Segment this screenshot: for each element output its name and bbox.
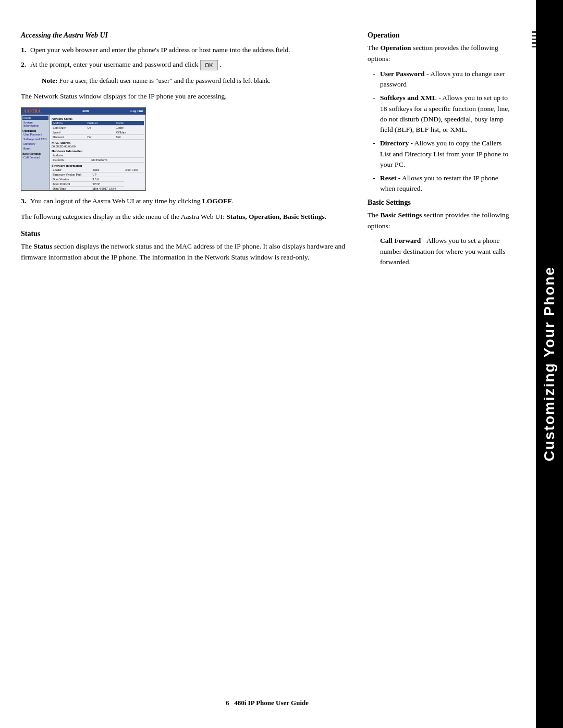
ss-sidebar-sysinfo: System Information (22, 120, 48, 128)
bullet-directory: - Directory - Allows you to copy the Cal… (368, 138, 513, 170)
ss-table-header-row: Address Enabled Frame (52, 121, 144, 126)
ss-sidebar-softkeys: Softkeys and XML (22, 137, 48, 141)
term-user-password: User Password (380, 70, 425, 78)
ss-fw-row-2: Firmware Version Path UP (52, 172, 144, 177)
bullet-text-1: User Password - Allows you to change use… (380, 69, 513, 90)
ss-th-3: Frame (115, 121, 144, 126)
ss-fw-table: Loader Table 3.00.1.001 Firmware Version… (52, 168, 144, 191)
status-bold: Status (33, 242, 52, 250)
ss-hw-heading: Hardware Information (52, 150, 144, 153)
step-3-num: 3. (21, 196, 30, 206)
status-heading: Status (21, 230, 352, 238)
bullet-text-3: Directory - Allows you to copy the Calle… (380, 138, 513, 170)
screenshot-box: AASTRA 480i Log Out Status System Inform… (21, 107, 146, 191)
ss-cell-1-1: Link State (52, 125, 86, 130)
ss-model: 480i (82, 109, 89, 114)
two-col-layout: Accessing the Aastra Web UI 1. Open your… (21, 31, 513, 272)
bullet-softkeys: - Softkeys and XML - Allows you to set u… (368, 93, 513, 135)
ss-cell-3-2: Full (86, 134, 115, 139)
ss-hw-row-1: Address (52, 153, 144, 158)
ss-fw-row-3: Boot Version 3.0.0 (52, 177, 144, 181)
term-softkeys: Softkeys and XML (380, 94, 437, 102)
dash-5: - (373, 236, 380, 267)
footer-title: 480i IP Phone User Guide (234, 699, 309, 707)
steps-list-2: 3. You can logout of the Aastra Web UI a… (21, 196, 352, 206)
ss-sidebar: Status System Information Operation User… (21, 115, 50, 190)
ss-mac-label: MAC Address (52, 141, 144, 144)
ss-fw-cell-10: Date/Time (52, 186, 91, 191)
ss-cell-3-1: Discover (52, 134, 86, 139)
step-3: 3. You can logout of the Aastra Web UI a… (21, 196, 352, 206)
note-body: For a user, the default user name is "us… (59, 77, 271, 84)
dash-1: - (373, 69, 380, 90)
step-1-text: Open your web browser and enter the phon… (30, 45, 352, 55)
ss-row-1: Link State Up Codec (52, 125, 144, 130)
ss-cell-2-3: 450kbps (115, 130, 144, 134)
ss-fw-cell-6: Boot Version (52, 177, 91, 181)
ss-hw-table: Address Platform 480 Platform (52, 153, 144, 163)
ss-hw-row-2: Platform 480 Platform (52, 157, 144, 162)
ss-sidebar-directory: Directory (22, 142, 48, 146)
operation-bold: Operation (380, 44, 411, 52)
following-categories-para: The following categories display in the … (21, 212, 352, 223)
step-3-text: You can logout of the Aastra Web UI at a… (30, 196, 352, 206)
ss-logout: Log Out (130, 109, 143, 114)
ss-cell-2-2 (86, 130, 115, 134)
operation-intro: The Operation section provides the follo… (368, 43, 513, 65)
ss-cell-2-1: Speed (52, 130, 86, 134)
bullet-user-password: - User Password - Allows you to change u… (368, 69, 513, 90)
ss-sidebar-status: Status (22, 116, 48, 120)
ss-th-1: Address (52, 121, 86, 126)
term-directory: Directory (380, 139, 409, 147)
ss-fw-cell-9: TFTP (91, 181, 124, 186)
ss-header: AASTRA 480i Log Out (21, 108, 145, 115)
ss-fw-heading: Firmware Information (52, 164, 144, 167)
basic-settings-bullets: - Call Forward - Allows you to set a pho… (368, 236, 513, 267)
bullet-text-2: Softkeys and XML - Allows you to set up … (380, 93, 513, 135)
bullet-reset: - Reset - Allows you to restart the IP p… (368, 173, 513, 194)
ss-sidebar-userpw: User Password (22, 132, 48, 137)
ss-cell-1-2: Up (86, 125, 115, 130)
operation-heading: Operation (368, 31, 513, 40)
note-label: Note: (42, 77, 57, 84)
ss-hw-cell-1: Address (52, 153, 90, 158)
status-body: The Status section displays the network … (21, 241, 352, 263)
footer-spacer (229, 699, 234, 707)
following-categories-text: The following categories display in the … (21, 213, 225, 220)
ss-fw-cell-11: Mon 4/2017 13:34 (91, 186, 124, 191)
main-content: Accessing the Aastra Web UI 1. Open your… (0, 31, 534, 272)
ss-hw-cell-4: 480 Platform (90, 157, 144, 162)
left-column: Accessing the Aastra Web UI 1. Open your… (21, 31, 352, 272)
ss-body: Status System Information Operation User… (21, 115, 145, 190)
ss-network-table: Address Enabled Frame Link State Up Code… (52, 121, 144, 140)
ss-fw-cell-7: 3.0.0 (91, 177, 124, 181)
ss-fw-cell-1: Loader (52, 168, 91, 172)
ss-row-2: Speed 450kbps (52, 130, 144, 134)
ss-cell-1-3: Codec (115, 125, 144, 130)
bullet-text-5: Call Forward - Allows you to set a phone… (380, 236, 513, 267)
logoff-bold: LOGOFF (202, 197, 232, 205)
ss-row-3: Discover Full Full (52, 134, 144, 139)
side-tab-label: Customizing Your Phone (541, 266, 557, 461)
ss-fw-cell-3: 3.00.1.001 (124, 168, 144, 172)
ss-hw-cell-2 (90, 153, 144, 158)
categories-bold: Status, Operation, Basic Settings. (226, 213, 326, 220)
step-1-num: 1. (21, 45, 30, 55)
ss-th-2: Enabled (86, 121, 115, 126)
ss-mac-value: 00:08:5D:00:00:00 (52, 145, 144, 148)
page-footer: 6 480i IP Phone User Guide (0, 699, 534, 707)
ss-fw-cell-5: UP (91, 172, 124, 177)
step-1: 1. Open your web browser and enter the p… (21, 45, 352, 55)
ss-main: Network Status Address Enabled Frame Lin… (50, 115, 145, 190)
ss-sidebar-callforward: Call Forward (22, 155, 48, 159)
ss-logo: AASTRA (23, 109, 41, 114)
network-status-text: The Network Status window displays for t… (21, 91, 352, 102)
operation-bullets: - User Password - Allows you to change u… (368, 69, 513, 194)
step-2-num: 2. (21, 59, 30, 70)
ss-fw-cell-8: Boot Protocol (52, 181, 91, 186)
page-container: Customizing Your Phone Accessing the Aas… (0, 0, 563, 728)
dash-4: - (373, 173, 380, 194)
step-2-text: At the prompt, enter your username and p… (30, 60, 198, 68)
note-block: Note: For a user, the default user name … (21, 76, 352, 86)
ss-sidebar-reset: Reset (22, 146, 48, 151)
